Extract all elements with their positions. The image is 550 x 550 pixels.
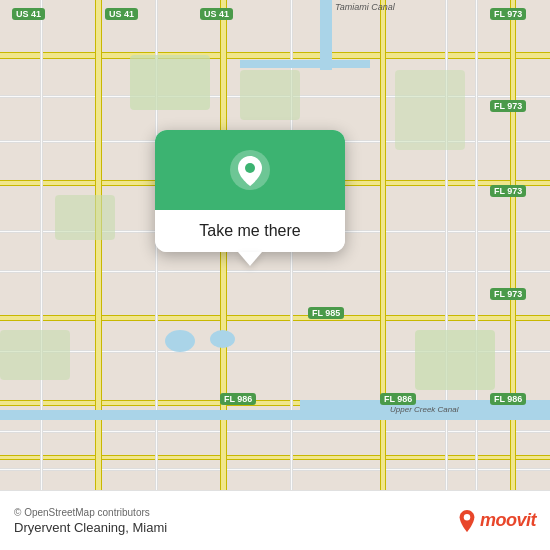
- road-badge-fl986-3: FL 986: [490, 393, 526, 405]
- road-badge-fl986-2: FL 986: [380, 393, 416, 405]
- road-badge-fl986-1: FL 986: [220, 393, 256, 405]
- map-view: US 41 US 41 US 41 FL 973 FL 973 FL 973 F…: [0, 0, 550, 490]
- road-badge-fl973-4: FL 973: [490, 288, 526, 300]
- popup-header: [155, 130, 345, 210]
- road-badge-us41-1: US 41: [12, 8, 45, 20]
- location-popup: Take me there: [155, 130, 345, 252]
- moovit-pin-icon: [457, 509, 477, 533]
- road-badge-fl973-1: FL 973: [490, 8, 526, 20]
- moovit-logo: moovit: [457, 509, 536, 533]
- svg-point-2: [464, 514, 470, 520]
- road-badge-us41-2: US 41: [105, 8, 138, 20]
- road-badge-fl973-3: FL 973: [490, 185, 526, 197]
- map-attribution: © OpenStreetMap contributors: [14, 507, 167, 518]
- canal-label: Tamiami Canal: [335, 2, 395, 12]
- location-pin-icon: [228, 148, 272, 192]
- popup-pointer: [238, 252, 262, 266]
- road-badge-fl973-2: FL 973: [490, 100, 526, 112]
- svg-point-1: [245, 163, 255, 173]
- moovit-text: moovit: [480, 510, 536, 531]
- creek-label: Upper Creek Canal: [390, 405, 458, 414]
- road-badge-fl985: FL 985: [308, 307, 344, 319]
- take-me-there-button[interactable]: Take me there: [155, 210, 345, 252]
- bottom-bar: © OpenStreetMap contributors Dryervent C…: [0, 490, 550, 550]
- road-badge-us41-3: US 41: [200, 8, 233, 20]
- place-name: Dryervent Cleaning, Miami: [14, 520, 167, 535]
